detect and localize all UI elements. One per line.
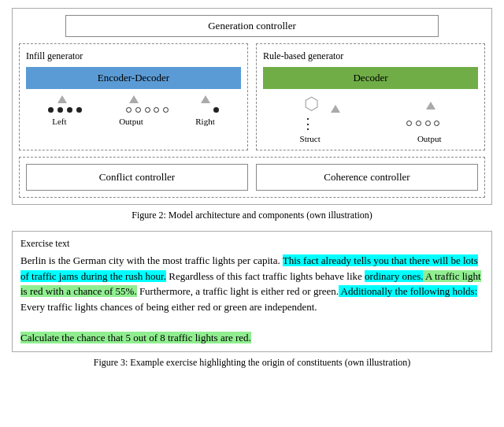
output-dots (125, 106, 169, 115)
exercise-text: Berlin is the German city with the most … (20, 253, 484, 345)
sentence9-green: Calculate the chance that 5 out of 8 tra… (20, 332, 251, 343)
left-label: Left (52, 117, 66, 126)
rule-dots-row: ⋮ (263, 115, 478, 132)
exercise-box: Exercise text Berlin is the German city … (12, 231, 492, 352)
dot (57, 107, 63, 113)
dot-open (163, 107, 169, 113)
sentence7-cyan: Additionally the following holds: (339, 285, 477, 297)
arrow-left (57, 95, 67, 103)
figure2-caption: Figure 2: Model architecture and compone… (12, 210, 492, 221)
conflict-controller-box: Conflict controller (26, 164, 248, 191)
sentence1: Berlin is the German city with the most … (20, 254, 283, 266)
right-label: Right (195, 117, 214, 126)
decoder-label: Decoder (353, 72, 387, 84)
decoder-box: Decoder (263, 67, 478, 89)
dot-open (135, 107, 141, 113)
rule-arrows: ⬡ (263, 95, 478, 113)
dot (48, 107, 54, 113)
sentence8: Every traffic lights chances of being ei… (20, 301, 317, 313)
dot-open (126, 107, 132, 113)
left-dots (47, 106, 82, 115)
output2-label: Output (417, 134, 442, 143)
figure3-caption: Figure 3: Example exercise highlighting … (12, 357, 492, 369)
infill-generator-title: Infill generator (26, 50, 241, 62)
exercise-label: Exercise text (20, 238, 484, 250)
dot-open (434, 121, 439, 126)
sentence3: Regardless of this fact traffic lights b… (166, 270, 365, 282)
right-dots (213, 106, 220, 115)
arrow-right (201, 95, 210, 103)
rule-based-generator-title: Rule-based generator (263, 50, 478, 62)
arrow-out (426, 102, 435, 110)
dot (67, 107, 72, 113)
output-label: Output (119, 117, 143, 126)
struct-symbol: ⋮ (301, 116, 315, 132)
dot-open (416, 121, 421, 126)
dot-open (425, 121, 431, 126)
dot-open (145, 107, 150, 113)
dot-open (406, 121, 412, 126)
conflict-controller-label: Conflict controller (99, 171, 175, 183)
encoder-decoder-box: Encoder-Decoder (26, 67, 241, 89)
struct-label: Struct (300, 134, 321, 143)
dot-open (154, 107, 159, 113)
sentence4-cyan: ordinary ones. (365, 270, 423, 282)
gen-controller-label: Generation controller (208, 20, 296, 32)
controllers-row: Conflict controller Coherence controller (19, 157, 485, 198)
rule-labels: Struct Output (263, 134, 478, 143)
dot (76, 107, 82, 113)
infill-generator-box: Infill generator Encoder-Decoder (19, 43, 248, 150)
dot (213, 107, 219, 113)
arrow-output (129, 95, 139, 103)
infill-labels: Left Output Right (26, 117, 241, 126)
struct-network-icon: ⬡ (304, 95, 319, 113)
coherence-controller-box: Coherence controller (256, 164, 478, 191)
rule-based-generator-box: Rule-based generator Decoder ⬡ ⋮ (256, 43, 485, 150)
struct-dots: ⋮ (301, 115, 315, 132)
figure2-diagram: Generation controller Infill generator E… (12, 8, 492, 205)
arrow-struct (331, 105, 340, 113)
output-arrows-group (424, 100, 438, 113)
sentence6: Furthermore, a traffic light is either r… (137, 285, 339, 297)
generators-row: Infill generator Encoder-Decoder (19, 43, 485, 150)
rule-output-dots (406, 119, 440, 128)
gen-controller-box: Generation controller (65, 15, 439, 37)
coherence-controller-label: Coherence controller (324, 171, 410, 183)
infill-dots-row (26, 106, 241, 115)
encoder-decoder-label: Encoder-Decoder (98, 72, 169, 84)
infill-arrows (26, 95, 241, 103)
